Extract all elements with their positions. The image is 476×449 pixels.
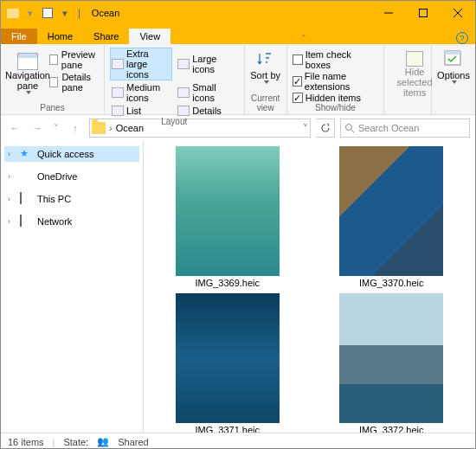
options-icon <box>443 49 464 70</box>
forward-button[interactable]: → <box>29 119 46 137</box>
tab-home[interactable]: Home <box>37 29 83 44</box>
qat-dropdown-icon[interactable]: ▾ <box>58 6 72 20</box>
collapse-ribbon-icon[interactable]: ˆ <box>302 34 306 44</box>
chevron-right-icon: › <box>8 150 16 158</box>
group-label-layout: Layout <box>110 117 239 128</box>
content-area: › ★ Quick access › OneDrive › This PC › … <box>1 141 475 433</box>
svg-rect-1 <box>420 10 428 17</box>
navigation-tree: › ★ Quick access › OneDrive › This PC › … <box>1 141 144 433</box>
sort-icon <box>255 49 276 70</box>
checkbox-checked-icon: ✓ <box>293 76 302 87</box>
file-name-label: IMG_3371.heic <box>195 423 260 433</box>
tree-onedrive[interactable]: › OneDrive <box>4 169 139 184</box>
thumbnail <box>176 293 280 423</box>
file-name-extensions-toggle[interactable]: ✓File name extensions <box>293 71 378 92</box>
thumbnail <box>176 146 280 276</box>
sort-by-button[interactable]: Sort by <box>250 46 281 93</box>
options-button[interactable]: Options <box>437 46 470 98</box>
navigation-pane-icon <box>17 53 38 70</box>
up-button[interactable]: ↑ <box>67 119 84 137</box>
file-item[interactable]: IMG_3369.heic <box>149 146 306 290</box>
tree-quick-access[interactable]: › ★ Quick access <box>4 146 139 162</box>
layout-small-icons[interactable]: Small icons <box>176 81 238 104</box>
group-label-current: Current view <box>250 93 281 114</box>
chevron-down-icon <box>26 91 31 94</box>
file-item[interactable]: IMG_3370.heic <box>313 146 471 290</box>
ribbon-group-layout: Extra large icons Large icons Medium ico… <box>105 44 245 114</box>
hidden-items-toggle[interactable]: ✓Hidden items <box>293 93 378 103</box>
svg-line-7 <box>351 130 354 132</box>
ribbon-group-show-hide: Item check boxes ✓File name extensions ✓… <box>287 44 384 114</box>
details-pane-icon <box>49 77 58 87</box>
chevron-right-icon: › <box>8 217 16 226</box>
chevron-right-icon: › <box>8 172 16 181</box>
tab-file[interactable]: File <box>1 29 37 44</box>
minimize-button[interactable] <box>371 1 406 25</box>
ribbon-tabs: File Home Share View ˆ ? <box>1 25 475 44</box>
qat-item[interactable]: ▾ <box>23 6 37 20</box>
star-icon: ★ <box>20 148 34 160</box>
close-button[interactable] <box>441 1 475 25</box>
svg-rect-5 <box>445 51 460 55</box>
checkbox-checked-icon: ✓ <box>293 93 303 103</box>
layout-large-icons[interactable]: Large icons <box>176 48 238 80</box>
shared-icon: 👥 <box>97 436 109 447</box>
tab-view[interactable]: View <box>129 29 170 44</box>
help-icon[interactable]: ? <box>456 32 468 44</box>
hide-icon <box>406 51 423 67</box>
large-icons-icon <box>177 59 190 69</box>
back-button[interactable]: ← <box>6 119 23 137</box>
ribbon-group-current-view: Sort by Current view <box>245 44 287 114</box>
onedrive-icon <box>20 170 34 183</box>
tree-network[interactable]: › Network <box>4 214 139 229</box>
tab-share[interactable]: Share <box>83 29 129 44</box>
group-label-showhide: Show/hide <box>293 103 378 114</box>
titlebar: ▾ ▾ | Ocean <box>1 1 475 25</box>
layout-details[interactable]: Details <box>176 105 238 117</box>
preview-pane-icon <box>49 55 58 65</box>
layout-medium-icons[interactable]: Medium icons <box>110 81 172 104</box>
ribbon-group-panes: Navigation pane Preview pane Details pan… <box>1 44 105 114</box>
folder-icon <box>92 122 106 134</box>
medium-icons-icon <box>112 87 124 98</box>
file-item[interactable]: IMG_3372.heic <box>313 293 471 433</box>
file-name-label: IMG_3370.heic <box>359 276 424 290</box>
chevron-down-icon <box>264 80 269 84</box>
search-icon <box>344 123 355 133</box>
state-value: Shared <box>118 437 148 447</box>
pc-icon <box>20 193 34 205</box>
hide-selected-button[interactable]: Hide selected items <box>393 46 436 98</box>
details-icon <box>177 106 190 116</box>
ribbon: Navigation pane Preview pane Details pan… <box>1 44 475 115</box>
thumbnail <box>339 293 443 423</box>
network-icon <box>20 215 34 228</box>
extra-large-icons-icon <box>112 59 124 69</box>
files-pane[interactable]: IMG_3369.heic IMG_3370.heic IMG_3371.hei… <box>144 141 475 433</box>
chevron-down-icon[interactable]: ˅ <box>303 123 308 134</box>
search-placeholder: Search Ocean <box>358 123 419 133</box>
chevron-down-icon <box>452 80 457 84</box>
recent-dropdown[interactable]: ˅ <box>51 119 61 137</box>
file-name-label: IMG_3372.heic <box>359 423 424 433</box>
state-label: State: <box>63 437 88 447</box>
item-count: 16 items <box>8 437 44 447</box>
small-icons-icon <box>177 87 190 98</box>
details-pane-button[interactable]: Details pane <box>49 72 99 93</box>
group-label-panes: Panes <box>6 103 99 114</box>
file-name-label: IMG_3369.heic <box>195 276 260 290</box>
properties-icon[interactable] <box>41 6 55 20</box>
navigation-pane-button[interactable]: Navigation pane <box>6 46 49 98</box>
list-icon <box>112 106 124 116</box>
thumbnail <box>339 146 443 276</box>
ribbon-group-options: Options <box>432 44 475 114</box>
search-input[interactable]: Search Ocean <box>340 119 470 138</box>
refresh-button[interactable] <box>316 119 335 138</box>
checkbox-icon <box>293 55 303 65</box>
preview-pane-button[interactable]: Preview pane <box>49 49 99 70</box>
tree-this-pc[interactable]: › This PC <box>4 191 139 207</box>
item-check-boxes-toggle[interactable]: Item check boxes <box>293 49 378 70</box>
file-item[interactable]: IMG_3371.heic <box>149 293 306 433</box>
layout-extra-large-icons[interactable]: Extra large icons <box>110 48 172 80</box>
maximize-button[interactable] <box>406 1 441 25</box>
layout-list[interactable]: List <box>110 105 172 117</box>
